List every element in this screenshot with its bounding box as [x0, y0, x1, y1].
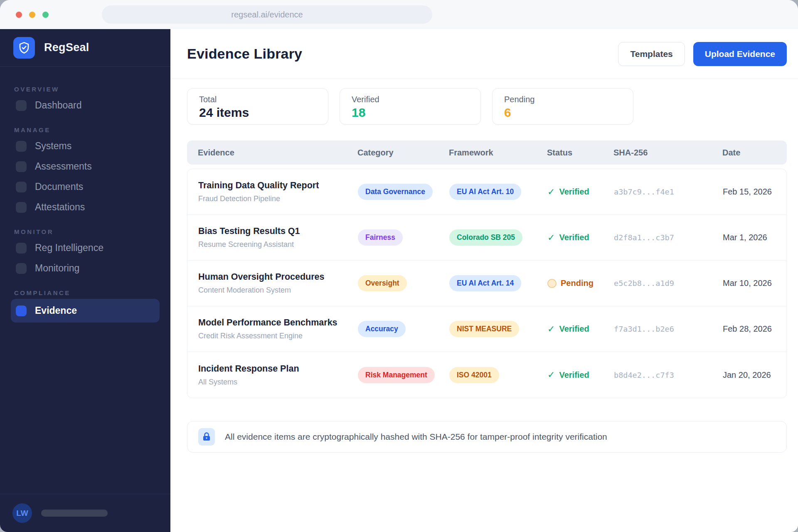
category-badge: Accuracy	[358, 321, 406, 337]
column-header-evidence: Evidence	[187, 148, 357, 158]
brand-name: RegSeal	[44, 41, 89, 54]
evidence-name: Model Performance Benchmarks	[198, 318, 358, 328]
sidebar-item-systems[interactable]: Systems	[11, 136, 160, 156]
stat-value: 18	[352, 106, 469, 120]
window-controls	[16, 12, 49, 18]
browser-titlebar: regseal.ai/evidence	[0, 0, 798, 29]
assessments-icon	[16, 161, 27, 172]
sha256-hash: a3b7c9...f4e1	[614, 187, 723, 196]
sidebar-nav: OVERVIEW Dashboard MANAGE Systems Assess…	[0, 66, 170, 323]
sidebar-item-assessments[interactable]: Assessments	[11, 156, 160, 177]
category-badge: Data Governance	[358, 184, 433, 200]
user-name-placeholder	[41, 510, 108, 517]
brand: RegSeal	[0, 29, 170, 66]
sha256-hash: b8d4e2...c7f3	[614, 371, 723, 379]
page-title: Evidence Library	[187, 46, 302, 62]
sidebar-item-reg-intelligence[interactable]: Reg Intelligence	[11, 238, 160, 258]
check-icon: ✓	[547, 187, 555, 197]
evidence-system: Resume Screening Assistant	[198, 240, 358, 249]
monitoring-icon	[16, 263, 27, 274]
framework-badge: EU AI Act Art. 10	[449, 184, 521, 200]
column-header-date: Date	[722, 148, 787, 158]
stat-label: Total	[199, 95, 316, 104]
sidebar-item-dashboard[interactable]: Dashboard	[11, 95, 160, 116]
column-header-framework: Framework	[449, 148, 547, 158]
section-label-compliance: COMPLIANCE	[14, 289, 160, 296]
column-header-category: Category	[357, 148, 449, 158]
sidebar-user-footer: LW	[0, 494, 170, 532]
avatar[interactable]: LW	[12, 503, 32, 523]
check-icon: ✓	[547, 232, 555, 243]
status-label: Verified	[559, 324, 589, 334]
attestations-icon	[16, 202, 27, 213]
integrity-note: All evidence items are cryptographically…	[187, 421, 787, 453]
evidence-system: Content Moderation System	[198, 286, 358, 295]
sidebar-item-label: Monitoring	[35, 263, 79, 274]
status-badge: ✓ Verified	[547, 324, 614, 335]
close-window-icon[interactable]	[16, 12, 22, 18]
section-label-manage: MANAGE	[14, 126, 160, 133]
maximize-window-icon[interactable]	[42, 12, 49, 18]
sidebar-item-evidence[interactable]: Evidence	[11, 299, 160, 323]
table-body: Training Data Quality Report Fraud Detec…	[187, 169, 787, 398]
sidebar-item-label: Evidence	[35, 305, 77, 316]
sidebar-item-label: Attestations	[35, 202, 85, 213]
status-badge: ✓ Verified	[547, 187, 614, 197]
status-badge: ✓ Verified	[547, 369, 614, 380]
column-header-status: Status	[547, 148, 613, 158]
category-badge: Fairness	[358, 229, 403, 246]
evidence-name: Training Data Quality Report	[198, 180, 358, 191]
sidebar-item-label: Assessments	[35, 161, 92, 172]
sha256-hash: f7a3d1...b2e6	[614, 325, 723, 333]
status-label: Verified	[559, 370, 589, 380]
browser-window: regseal.ai/evidence RegSeal OVERVIEW Das…	[0, 0, 798, 532]
evidence-date: Jan 20, 2026	[723, 370, 786, 380]
check-icon: ✓	[547, 369, 555, 380]
systems-icon	[16, 141, 27, 152]
sidebar-item-label: Systems	[35, 140, 71, 152]
framework-badge: EU AI Act Art. 14	[449, 275, 521, 291]
evidence-date: Mar 10, 2026	[723, 278, 786, 288]
stat-label: Pending	[504, 95, 621, 104]
sidebar-item-attestations[interactable]: Attestations	[11, 197, 160, 217]
table-row[interactable]: Human Oversight Procedures Content Moder…	[187, 261, 786, 306]
evidence-system: Fraud Detection Pipeline	[198, 195, 358, 203]
evidence-table: Evidence Category Framework Status SHA-2…	[187, 140, 787, 398]
column-header-sha256: SHA-256	[613, 148, 722, 158]
status-label: Verified	[559, 233, 589, 242]
framework-badge: Colorado SB 205	[449, 229, 522, 246]
evidence-system: All Systems	[198, 378, 358, 387]
sidebar-item-label: Dashboard	[35, 100, 82, 111]
sidebar-item-documents[interactable]: Documents	[11, 177, 160, 197]
status-label: Pending	[561, 278, 594, 288]
minimize-window-icon[interactable]	[29, 12, 35, 18]
sidebar-item-label: Reg Intelligence	[35, 242, 103, 254]
evidence-name: Incident Response Plan	[198, 364, 358, 374]
table-row[interactable]: Incident Response Plan All Systems Risk …	[187, 352, 786, 398]
evidence-name: Bias Testing Results Q1	[198, 226, 358, 236]
table-row[interactable]: Training Data Quality Report Fraud Detec…	[187, 169, 786, 215]
table-row[interactable]: Bias Testing Results Q1 Resume Screening…	[187, 215, 786, 261]
stat-cards: Total 24 items Verified 18 Pending 6	[187, 88, 787, 125]
table-row[interactable]: Model Performance Benchmarks Credit Risk…	[187, 306, 786, 352]
sidebar-item-monitoring[interactable]: Monitoring	[11, 258, 160, 278]
sha256-hash: d2f8a1...c3b7	[614, 233, 723, 242]
status-badge: ✓ Verified	[547, 232, 614, 243]
section-label-monitor: MONITOR	[14, 228, 160, 235]
lock-icon	[198, 428, 215, 446]
evidence-date: Feb 15, 2026	[723, 187, 786, 197]
stat-card-verified: Verified 18	[340, 88, 481, 125]
stat-label: Verified	[352, 95, 469, 104]
evidence-name: Human Oversight Procedures	[198, 272, 358, 282]
reg-intelligence-icon	[16, 243, 27, 254]
framework-badge: NIST MEASURE	[449, 321, 519, 337]
templates-button[interactable]: Templates	[618, 42, 685, 66]
stat-card-total: Total 24 items	[187, 88, 328, 125]
category-badge: Risk Management	[358, 367, 435, 383]
address-bar[interactable]: regseal.ai/evidence	[102, 5, 432, 24]
stat-value: 6	[504, 106, 621, 120]
evidence-date: Feb 28, 2026	[723, 324, 786, 334]
table-header: Evidence Category Framework Status SHA-2…	[187, 140, 787, 165]
evidence-icon	[16, 305, 27, 316]
upload-evidence-button[interactable]: Upload Evidence	[693, 42, 787, 66]
